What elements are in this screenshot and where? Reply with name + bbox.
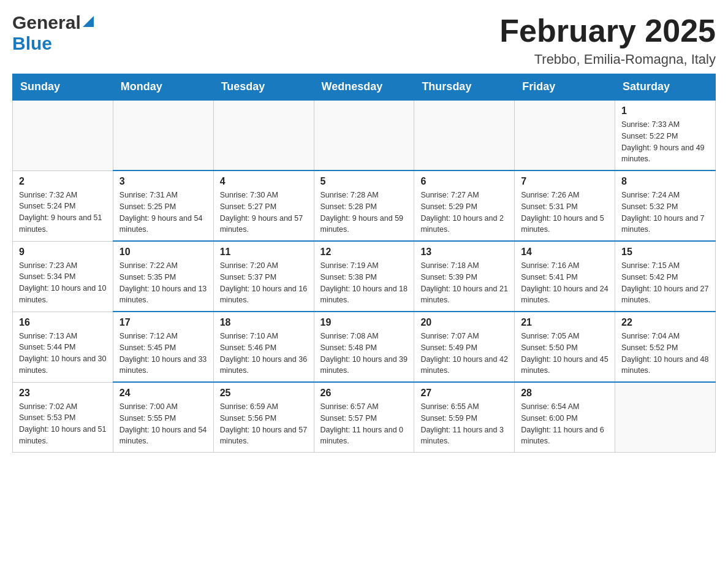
calendar-cell: 18Sunrise: 7:10 AMSunset: 5:46 PMDayligh…: [213, 312, 314, 382]
logo: General Blue: [12, 12, 94, 54]
calendar-cell: 21Sunrise: 7:05 AMSunset: 5:50 PMDayligh…: [515, 312, 615, 382]
day-info: Sunrise: 7:16 AMSunset: 5:41 PMDaylight:…: [521, 260, 609, 306]
day-info: Sunrise: 6:57 AMSunset: 5:57 PMDaylight:…: [320, 401, 408, 447]
calendar-cell: 25Sunrise: 6:59 AMSunset: 5:56 PMDayligh…: [213, 382, 314, 453]
day-info: Sunrise: 7:22 AMSunset: 5:35 PMDaylight:…: [119, 260, 207, 306]
calendar-cell: 2Sunrise: 7:32 AMSunset: 5:24 PMDaylight…: [13, 170, 113, 241]
calendar-cell: 3Sunrise: 7:31 AMSunset: 5:25 PMDaylight…: [113, 170, 213, 241]
calendar-cell: 10Sunrise: 7:22 AMSunset: 5:35 PMDayligh…: [113, 241, 213, 312]
day-number: 22: [621, 317, 709, 328]
calendar-cell: 23Sunrise: 7:02 AMSunset: 5:53 PMDayligh…: [13, 382, 113, 453]
day-info: Sunrise: 6:59 AMSunset: 5:56 PMDaylight:…: [220, 401, 308, 447]
day-info: Sunrise: 7:32 AMSunset: 5:24 PMDaylight:…: [19, 190, 107, 236]
day-info: Sunrise: 7:33 AMSunset: 5:22 PMDaylight:…: [621, 119, 709, 165]
day-number: 27: [420, 388, 508, 399]
day-number: 5: [320, 176, 408, 187]
calendar-cell: 22Sunrise: 7:04 AMSunset: 5:52 PMDayligh…: [615, 312, 716, 382]
calendar-week-3: 9Sunrise: 7:23 AMSunset: 5:34 PMDaylight…: [13, 241, 716, 312]
calendar-cell: 27Sunrise: 6:55 AMSunset: 5:59 PMDayligh…: [414, 382, 515, 453]
day-info: Sunrise: 6:54 AMSunset: 6:00 PMDaylight:…: [521, 401, 609, 447]
location: Trebbo, Emilia-Romagna, Italy: [499, 52, 716, 67]
col-tuesday: Tuesday: [213, 74, 314, 101]
calendar: Sunday Monday Tuesday Wednesday Thursday…: [12, 74, 716, 453]
calendar-cell: 15Sunrise: 7:15 AMSunset: 5:42 PMDayligh…: [615, 241, 716, 312]
day-info: Sunrise: 7:15 AMSunset: 5:42 PMDaylight:…: [621, 260, 709, 306]
calendar-week-4: 16Sunrise: 7:13 AMSunset: 5:44 PMDayligh…: [13, 312, 716, 382]
day-number: 12: [320, 247, 408, 258]
calendar-cell: 24Sunrise: 7:00 AMSunset: 5:55 PMDayligh…: [113, 382, 213, 453]
calendar-cell: 19Sunrise: 7:08 AMSunset: 5:48 PMDayligh…: [314, 312, 414, 382]
calendar-cell: 1Sunrise: 7:33 AMSunset: 5:22 PMDaylight…: [615, 100, 716, 170]
logo-blue-text: Blue: [12, 33, 52, 54]
header-row: Sunday Monday Tuesday Wednesday Thursday…: [13, 74, 716, 101]
calendar-cell: [615, 382, 716, 453]
col-saturday: Saturday: [615, 74, 716, 101]
logo-triangle-icon: [83, 16, 94, 29]
day-info: Sunrise: 7:30 AMSunset: 5:27 PMDaylight:…: [220, 190, 308, 236]
day-info: Sunrise: 7:10 AMSunset: 5:46 PMDaylight:…: [220, 331, 308, 377]
day-number: 25: [220, 388, 308, 399]
day-number: 21: [521, 317, 609, 328]
day-number: 2: [19, 176, 107, 187]
calendar-cell: 14Sunrise: 7:16 AMSunset: 5:41 PMDayligh…: [515, 241, 615, 312]
calendar-week-2: 2Sunrise: 7:32 AMSunset: 5:24 PMDaylight…: [13, 170, 716, 241]
calendar-cell: [314, 100, 414, 170]
calendar-cell: [414, 100, 515, 170]
day-number: 13: [420, 247, 508, 258]
day-info: Sunrise: 7:24 AMSunset: 5:32 PMDaylight:…: [621, 190, 709, 236]
day-info: Sunrise: 7:08 AMSunset: 5:48 PMDaylight:…: [320, 331, 408, 377]
calendar-cell: 7Sunrise: 7:26 AMSunset: 5:31 PMDaylight…: [515, 170, 615, 241]
day-number: 15: [621, 247, 709, 258]
day-number: 10: [119, 247, 207, 258]
day-number: 1: [621, 105, 709, 117]
month-title: February 2025: [499, 12, 716, 49]
col-wednesday: Wednesday: [314, 74, 414, 101]
day-number: 9: [19, 247, 107, 258]
calendar-cell: 26Sunrise: 6:57 AMSunset: 5:57 PMDayligh…: [314, 382, 414, 453]
calendar-header: Sunday Monday Tuesday Wednesday Thursday…: [13, 74, 716, 101]
day-number: 14: [521, 247, 609, 258]
day-number: 26: [320, 388, 408, 399]
calendar-week-5: 23Sunrise: 7:02 AMSunset: 5:53 PMDayligh…: [13, 382, 716, 453]
day-number: 11: [220, 247, 308, 258]
day-number: 7: [521, 176, 609, 187]
calendar-cell: 28Sunrise: 6:54 AMSunset: 6:00 PMDayligh…: [515, 382, 615, 453]
calendar-cell: 4Sunrise: 7:30 AMSunset: 5:27 PMDaylight…: [213, 170, 314, 241]
calendar-cell: [515, 100, 615, 170]
day-info: Sunrise: 7:07 AMSunset: 5:49 PMDaylight:…: [420, 331, 508, 377]
calendar-cell: 13Sunrise: 7:18 AMSunset: 5:39 PMDayligh…: [414, 241, 515, 312]
day-number: 28: [521, 388, 609, 399]
page-header: General Blue February 2025 Trebbo, Emili…: [12, 12, 716, 67]
day-info: Sunrise: 7:12 AMSunset: 5:45 PMDaylight:…: [119, 331, 207, 377]
day-info: Sunrise: 7:19 AMSunset: 5:38 PMDaylight:…: [320, 260, 408, 306]
day-info: Sunrise: 7:00 AMSunset: 5:55 PMDaylight:…: [119, 401, 207, 447]
day-info: Sunrise: 7:23 AMSunset: 5:34 PMDaylight:…: [19, 260, 107, 306]
calendar-cell: 16Sunrise: 7:13 AMSunset: 5:44 PMDayligh…: [13, 312, 113, 382]
day-info: Sunrise: 7:13 AMSunset: 5:44 PMDaylight:…: [19, 331, 107, 377]
col-sunday: Sunday: [13, 74, 113, 101]
calendar-cell: 8Sunrise: 7:24 AMSunset: 5:32 PMDaylight…: [615, 170, 716, 241]
calendar-cell: 9Sunrise: 7:23 AMSunset: 5:34 PMDaylight…: [13, 241, 113, 312]
day-info: Sunrise: 7:27 AMSunset: 5:29 PMDaylight:…: [420, 190, 508, 236]
logo-general-text: General: [12, 12, 81, 33]
col-friday: Friday: [515, 74, 615, 101]
day-number: 16: [19, 317, 107, 328]
calendar-cell: [213, 100, 314, 170]
day-info: Sunrise: 7:04 AMSunset: 5:52 PMDaylight:…: [621, 331, 709, 377]
day-number: 17: [119, 317, 207, 328]
svg-marker-0: [83, 16, 94, 27]
day-info: Sunrise: 7:18 AMSunset: 5:39 PMDaylight:…: [420, 260, 508, 306]
calendar-cell: 17Sunrise: 7:12 AMSunset: 5:45 PMDayligh…: [113, 312, 213, 382]
day-number: 4: [220, 176, 308, 187]
calendar-body: 1Sunrise: 7:33 AMSunset: 5:22 PMDaylight…: [13, 100, 716, 453]
day-number: 20: [420, 317, 508, 328]
day-info: Sunrise: 7:20 AMSunset: 5:37 PMDaylight:…: [220, 260, 308, 306]
day-info: Sunrise: 6:55 AMSunset: 5:59 PMDaylight:…: [420, 401, 508, 447]
calendar-week-1: 1Sunrise: 7:33 AMSunset: 5:22 PMDaylight…: [13, 100, 716, 170]
calendar-cell: 5Sunrise: 7:28 AMSunset: 5:28 PMDaylight…: [314, 170, 414, 241]
day-number: 19: [320, 317, 408, 328]
day-number: 6: [420, 176, 508, 187]
day-info: Sunrise: 7:02 AMSunset: 5:53 PMDaylight:…: [19, 401, 107, 447]
calendar-cell: 12Sunrise: 7:19 AMSunset: 5:38 PMDayligh…: [314, 241, 414, 312]
day-number: 23: [19, 388, 107, 399]
